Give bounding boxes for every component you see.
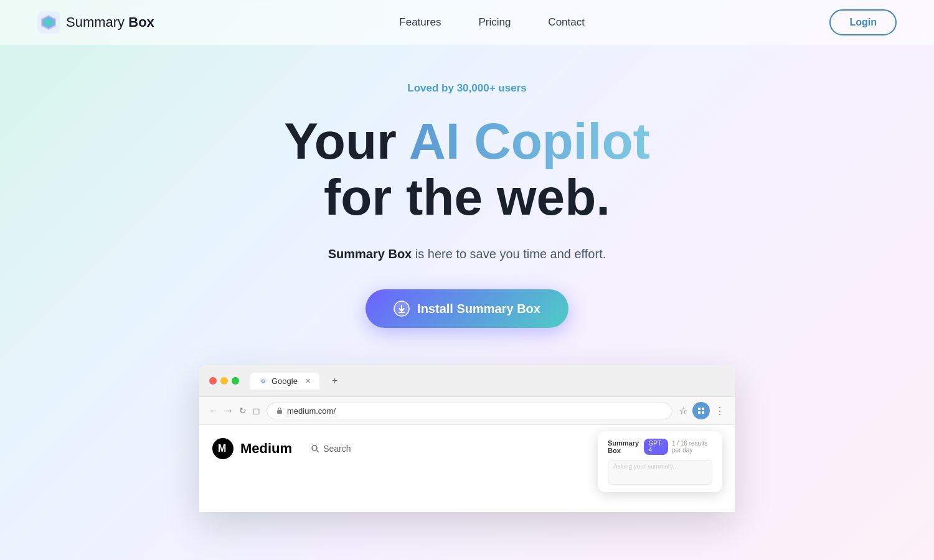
install-button[interactable]: Install Summary Box [366, 289, 568, 328]
dot-minimize[interactable] [220, 377, 228, 385]
bookmark-icon[interactable]: ☆ [679, 405, 687, 417]
hero-title-gradient: AI Copilot [409, 113, 650, 169]
svg-text:G: G [262, 378, 265, 384]
dot-maximize[interactable] [232, 377, 239, 385]
login-button[interactable]: Login [829, 9, 897, 35]
svg-line-16 [317, 450, 319, 453]
nav-link-contact[interactable]: Contact [548, 16, 585, 29]
search-icon [311, 444, 319, 453]
address-bar[interactable]: medium.com/ [267, 403, 672, 419]
new-tab-button[interactable]: + [326, 371, 344, 390]
home-icon[interactable]: ◻ [253, 406, 260, 416]
back-arrow-icon[interactable]: ← [209, 406, 218, 416]
medium-wordmark: Medium [240, 441, 292, 457]
medium-m-icon: M [212, 437, 234, 460]
svg-rect-8 [277, 410, 282, 414]
user-count: 30,000+ [457, 82, 496, 94]
popup-brand: Summary Box [608, 439, 640, 454]
tab-close-icon[interactable]: ✕ [305, 377, 311, 385]
hero-section: Loved by 30,000+ users Your AI Copilot f… [0, 45, 934, 512]
logo-icon [37, 11, 60, 34]
svg-rect-11 [698, 411, 700, 414]
popup-count: 1 / 16 results per day [672, 440, 712, 454]
browser-toolbar: G Google ✕ + [199, 365, 735, 397]
download-icon [394, 301, 410, 317]
navbar: Summary Box Features Pricing Contact Log… [0, 0, 934, 45]
summary-popup: Summary Box GPT-4 1 / 16 results per day… [598, 431, 722, 492]
loved-by-text: Loved by 30,000+ users [407, 82, 526, 95]
extension-icon[interactable] [692, 402, 710, 419]
svg-point-15 [312, 446, 317, 450]
nav-links: Features Pricing Contact [399, 16, 585, 29]
forward-arrow-icon[interactable]: → [224, 406, 233, 416]
menu-icon[interactable]: ⋮ [715, 405, 725, 417]
url-text: medium.com/ [287, 406, 336, 416]
hero-title: Your AI Copilot for the web. [284, 113, 650, 225]
hero-subtitle: Summary Box is here to save you time and… [328, 247, 606, 261]
browser-content: M Medium Search Summary Box GPT-4 1 / 16… [199, 425, 735, 512]
search-placeholder: Search [323, 444, 351, 454]
medium-logo: M Medium Search [212, 437, 351, 460]
refresh-icon[interactable]: ↻ [239, 406, 247, 416]
logo[interactable]: Summary Box [37, 11, 154, 34]
dot-close[interactable] [209, 377, 217, 385]
logo-text: Summary Box [66, 14, 154, 30]
popup-textarea[interactable]: Asking your summary... [608, 460, 712, 485]
lock-icon [276, 407, 283, 414]
google-tab-icon: G [259, 376, 268, 385]
nav-link-features[interactable]: Features [399, 16, 441, 29]
browser-nav-icons: ☆ ⋮ [679, 402, 725, 419]
browser-nav-bar: ← → ↻ ◻ medium.com/ ☆ [199, 397, 735, 425]
nav-link-pricing[interactable]: Pricing [478, 16, 511, 29]
svg-rect-9 [698, 408, 700, 410]
svg-rect-12 [702, 411, 704, 414]
svg-rect-10 [702, 408, 704, 410]
popup-header: Summary Box GPT-4 1 / 16 results per day [608, 439, 712, 455]
popup-tag: GPT-4 [644, 439, 668, 455]
medium-search[interactable]: Search [311, 444, 351, 454]
browser-dots [209, 377, 239, 385]
browser-mockup: G Google ✕ + ← → ↻ ◻ medium.com/ ☆ [199, 365, 735, 512]
svg-text:M: M [218, 443, 226, 454]
browser-tab[interactable]: G Google ✕ [250, 373, 319, 390]
tab-label: Google [271, 376, 298, 386]
